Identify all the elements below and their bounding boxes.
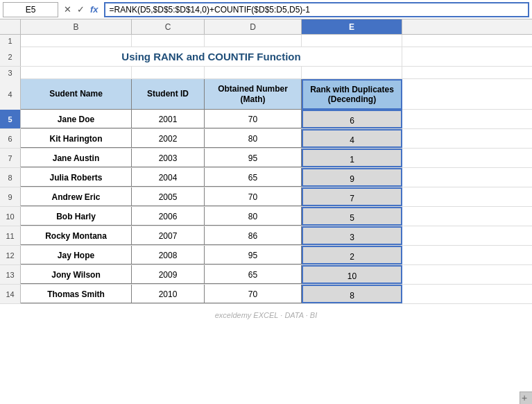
row-num-9: 9 (0, 187, 21, 206)
col-header-e[interactable]: E (302, 19, 402, 34)
cell-id-12[interactable]: 2008 (132, 246, 205, 264)
svg-text:+: + (522, 392, 527, 403)
cell-b3[interactable] (21, 67, 132, 79)
cell-id-13[interactable]: 2009 (132, 265, 205, 284)
row-num-7: 7 (0, 149, 21, 167)
header-obtained-number: Obtained Number (Math) (205, 79, 302, 110)
cell-name-11[interactable]: Rocky Montana (21, 226, 132, 245)
cell-id-7[interactable]: 2003 (132, 149, 205, 167)
cell-score-14[interactable]: 70 (205, 285, 302, 303)
cell-score-11[interactable]: 86 (205, 226, 302, 245)
cell-score-5[interactable]: 70 (205, 110, 302, 128)
cell-rank-5[interactable]: 6 (302, 110, 402, 128)
cell-b1[interactable] (21, 35, 132, 47)
grid-row-5: 5 Jane Doe 2001 70 6 (0, 110, 532, 129)
cell-id-9[interactable]: 2005 (132, 187, 205, 206)
title-cell: Using RANK and COUNTIF Function (21, 47, 402, 66)
cell-rank-12[interactable]: 2 (302, 246, 402, 264)
row-num-2: 2 (0, 47, 21, 66)
cell-rank-14[interactable]: 8 (302, 285, 402, 303)
cell-rank-10[interactable]: 5 (302, 207, 402, 226)
cell-id-10[interactable]: 2006 (132, 207, 205, 226)
cell-name-12[interactable]: Jay Hope (21, 246, 132, 264)
cell-rank-8[interactable]: 9 (302, 168, 402, 187)
cell-name-6[interactable]: Kit Harington (21, 129, 132, 148)
row-num-10: 10 (0, 207, 21, 226)
cell-score-6[interactable]: 80 (205, 129, 302, 148)
row-num-1: 1 (0, 35, 21, 47)
grid-row-3: 3 (0, 67, 532, 79)
cell-score-9[interactable]: 70 (205, 187, 302, 206)
data-rows: 5 Jane Doe 2001 70 6 6 Kit Harington 200… (0, 110, 532, 304)
col-header-b[interactable]: B (21, 19, 132, 34)
grid-row-7: 7 Jane Austin 2003 95 1 (0, 149, 532, 168)
cell-rank-13[interactable]: 10 (302, 265, 402, 284)
grid-row-9: 9 Andrew Eric 2005 70 7 (0, 187, 532, 207)
cell-name-9[interactable]: Andrew Eric (21, 187, 132, 206)
row-num-4: 4 (0, 79, 21, 110)
row-num-3: 3 (0, 67, 21, 79)
watermark: exceldemy EXCEL · DATA · BI (215, 311, 318, 319)
cell-name-10[interactable]: Bob Harly (21, 207, 132, 226)
grid-row-6: 6 Kit Harington 2002 80 4 (0, 129, 532, 149)
cell-name-14[interactable]: Thomas Smith (21, 285, 132, 303)
cell-name-5[interactable]: Jane Doe (21, 110, 132, 128)
row-num-8: 8 (0, 168, 21, 187)
column-headers: B C D E (0, 19, 532, 35)
cell-d1[interactable] (205, 35, 302, 47)
cell-d3[interactable] (205, 67, 302, 79)
row-num-11: 11 (0, 226, 21, 245)
cell-name-8[interactable]: Julia Roberts (21, 168, 132, 187)
scroll-corner[interactable]: + (520, 392, 532, 404)
confirm-icon[interactable]: ✓ (76, 4, 86, 15)
cell-rank-6[interactable]: 4 (302, 129, 402, 148)
cell-c1[interactable] (132, 35, 205, 47)
cell-rank-11[interactable]: 3 (302, 226, 402, 245)
grid-row-2: 2 Using RANK and COUNTIF Function (0, 47, 532, 67)
fx-icon[interactable]: fx (89, 4, 100, 15)
row-num-12: 12 (0, 246, 21, 264)
row-num-5: 5 (0, 110, 21, 128)
name-box[interactable] (3, 2, 58, 17)
cell-c3[interactable] (132, 67, 205, 79)
cell-e1[interactable] (302, 35, 402, 47)
grid-row-12: 12 Jay Hope 2008 95 2 (0, 246, 532, 265)
cell-id-6[interactable]: 2002 (132, 129, 205, 148)
header-rank: Rank with Duplicates (Decending) (302, 79, 402, 110)
cell-score-10[interactable]: 80 (205, 207, 302, 226)
cell-score-12[interactable]: 95 (205, 246, 302, 264)
header-student-id: Student ID (132, 79, 205, 110)
cell-id-11[interactable]: 2007 (132, 226, 205, 245)
grid-row-4: 4 Sudent Name Student ID Obtained Number… (0, 79, 532, 110)
formula-bar: ✕ ✓ fx (0, 0, 532, 19)
cancel-icon[interactable]: ✕ (62, 4, 73, 15)
spreadsheet: ✕ ✓ fx B C D E 1 2 Using RANK and COUNTI… (0, 0, 532, 404)
cell-rank-9[interactable]: 7 (302, 187, 402, 206)
cell-id-5[interactable]: 2001 (132, 110, 205, 128)
row-num-13: 13 (0, 265, 21, 284)
col-header-d[interactable]: D (205, 19, 302, 34)
grid-row-14: 14 Thomas Smith 2010 70 8 (0, 285, 532, 304)
grid-row-11: 11 Rocky Montana 2007 86 3 (0, 226, 532, 246)
cell-score-7[interactable]: 95 (205, 149, 302, 167)
formula-input[interactable] (104, 2, 529, 17)
corner-header (0, 19, 21, 34)
grid-row-1: 1 (0, 35, 532, 47)
cell-e3[interactable] (302, 67, 402, 79)
row-num-6: 6 (0, 129, 21, 148)
cell-id-14[interactable]: 2010 (132, 285, 205, 303)
cell-id-8[interactable]: 2004 (132, 168, 205, 187)
grid-body: 1 2 Using RANK and COUNTIF Function 3 4 … (0, 35, 532, 326)
row-num-14: 14 (0, 285, 21, 303)
cell-name-13[interactable]: Jony Wilson (21, 265, 132, 284)
cell-name-7[interactable]: Jane Austin (21, 149, 132, 167)
grid-row-13: 13 Jony Wilson 2009 65 10 (0, 265, 532, 285)
formula-icons: ✕ ✓ fx (58, 4, 104, 15)
cell-score-13[interactable]: 65 (205, 265, 302, 284)
grid-row-8: 8 Julia Roberts 2004 65 9 (0, 168, 532, 187)
grid-row-10: 10 Bob Harly 2006 80 5 (0, 207, 532, 226)
cell-score-8[interactable]: 65 (205, 168, 302, 187)
cell-rank-7[interactable]: 1 (302, 149, 402, 167)
col-header-c[interactable]: C (132, 19, 205, 34)
watermark-row: exceldemy EXCEL · DATA · BI (0, 304, 532, 326)
